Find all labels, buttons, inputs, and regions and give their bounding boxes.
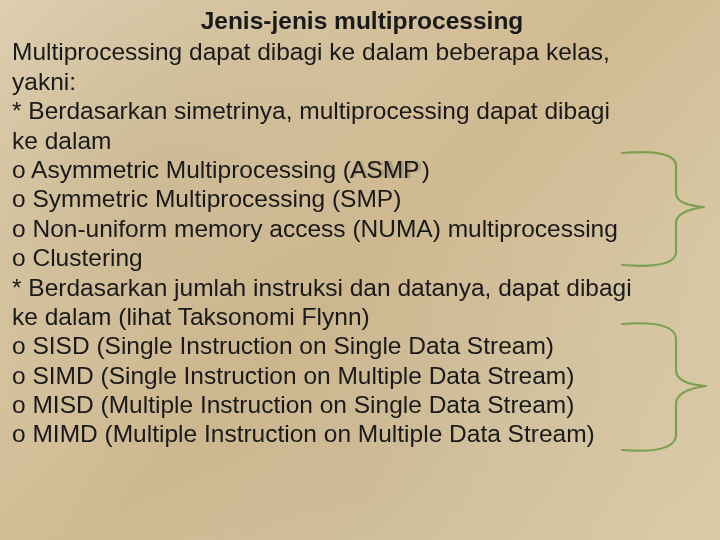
slide-title: Jenis-jenis multiprocessing (12, 6, 712, 35)
section-1-item-1: o Asymmetric Multiprocessing (ASMPASMP) (12, 155, 712, 184)
section-2-item-2: o SIMD (Single Instruction on Multiple D… (12, 361, 712, 390)
section-2-item-3: o MISD (Multiple Instruction on Single D… (12, 390, 712, 419)
slide-content: Jenis-jenis multiprocessing Multiprocess… (12, 6, 712, 449)
section-1-line-2: ke dalam (12, 126, 712, 155)
section-2-item-4: o MIMD (Multiple Instruction on Multiple… (12, 419, 712, 448)
intro-line-1: Multiprocessing dapat dibagi ke dalam be… (12, 37, 712, 66)
section-2-line-2: ke dalam (lihat Taksonomi Flynn) (12, 302, 712, 331)
section-1-item-2: o Symmetric Multiprocessing (SMP) (12, 184, 712, 213)
asmp-abbr: ASMPASMP (351, 156, 422, 183)
asmp-top: ASMP (350, 155, 419, 184)
section-2-item-1: o SISD (Single Instruction on Single Dat… (12, 331, 712, 360)
s1i1-pre: o Asymmetric Multiprocessing ( (12, 156, 351, 183)
section-2-line-1: * Berdasarkan jumlah instruksi dan datan… (12, 273, 712, 302)
section-1-item-4: o Clustering (12, 243, 712, 272)
section-1-item-3: o Non-uniform memory access (NUMA) multi… (12, 214, 712, 243)
s1i1-post: ) (422, 156, 430, 183)
intro-line-2: yakni: (12, 67, 712, 96)
section-1-line-1: * Berdasarkan simetrinya, multiprocessin… (12, 96, 712, 125)
